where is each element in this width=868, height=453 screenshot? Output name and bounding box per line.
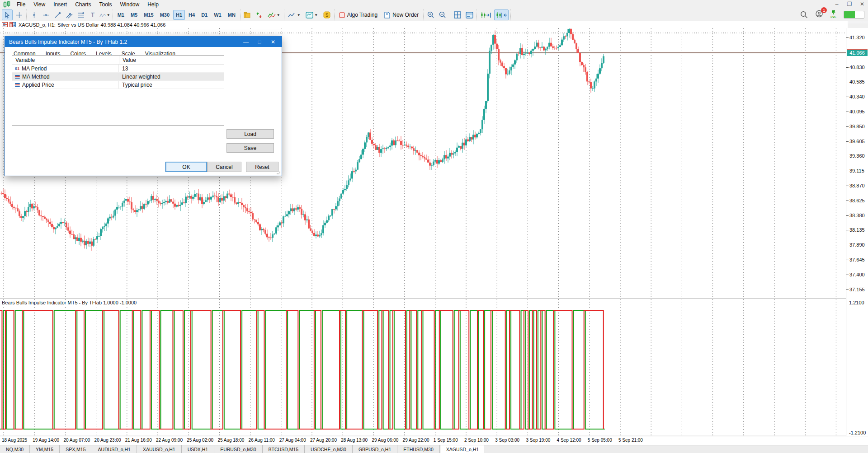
input-row-ma-method[interactable]: MA MethodLinear weighted bbox=[12, 73, 224, 81]
input-variable-cell: 01MA Period bbox=[12, 65, 119, 72]
time-axis-label: 1 Sep 15:00 bbox=[434, 438, 458, 443]
time-axis[interactable]: 18 Aug 202519 Aug 14:0020 Aug 07:0020 Au… bbox=[0, 436, 868, 445]
symbol-title: XAGUSD_o, H1: bbox=[19, 22, 56, 28]
zoom-out-button[interactable] bbox=[437, 9, 448, 20]
crosshair-tool-button[interactable] bbox=[14, 9, 24, 20]
timeframe-button-m15[interactable]: M15 bbox=[141, 10, 156, 20]
price-axis-tick bbox=[846, 67, 849, 68]
time-axis-label: 28 Aug 13:00 bbox=[341, 438, 368, 443]
chart-tab-ethusd-m30[interactable]: ETHUSD,M30 bbox=[397, 445, 440, 453]
column-header-variable[interactable]: Variable bbox=[12, 56, 119, 64]
timeframe-button-w1[interactable]: W1 bbox=[211, 10, 224, 20]
chart-tab-nq-m30[interactable]: NQ,M30 bbox=[0, 445, 30, 453]
ok-button[interactable]: OK bbox=[165, 162, 207, 172]
number-input-icon: 01 bbox=[15, 66, 19, 71]
price-axis[interactable]: 41.066 1.2100 -1.2100 41.32040.83040.585… bbox=[846, 28, 868, 436]
auto-scroll-button[interactable] bbox=[479, 9, 493, 20]
community-icon[interactable]: 1 bbox=[815, 10, 823, 19]
menu-item-insert[interactable]: Insert bbox=[49, 0, 71, 9]
menu-item-charts[interactable]: Charts bbox=[71, 0, 95, 9]
chart-type-button[interactable]: ▼ bbox=[286, 9, 302, 20]
dialog-resize-grip[interactable] bbox=[276, 170, 281, 175]
chart-tab-usdchf-o-m30[interactable]: USDCHF_o,M30 bbox=[305, 445, 353, 453]
chart-tab-gbpusd-o-h1[interactable]: GBPUSD_o,H1 bbox=[353, 445, 397, 453]
search-icon[interactable] bbox=[800, 11, 808, 19]
chevron-down-icon: ▼ bbox=[297, 13, 301, 17]
price-axis-label: 38.625 bbox=[849, 198, 865, 203]
trendline-tool-button[interactable] bbox=[52, 9, 63, 20]
menu-item-window[interactable]: Window bbox=[116, 0, 144, 9]
input-value[interactable]: 13 bbox=[119, 65, 224, 72]
price-axis-tick bbox=[846, 230, 849, 230]
horizontal-line-tool-button[interactable] bbox=[40, 9, 51, 20]
indicators-list-button[interactable]: ▼ bbox=[266, 9, 282, 20]
chart-tab-audusd-o-h1[interactable]: AUDUSD_o,H1 bbox=[92, 445, 137, 453]
menu-item-help[interactable]: Help bbox=[143, 0, 163, 9]
shapes-icon: △○ bbox=[99, 13, 106, 18]
depth-of-market-button[interactable] bbox=[254, 9, 265, 20]
cursor-tool-button[interactable] bbox=[2, 9, 13, 20]
chart-tab-xauusd-o-h1[interactable]: XAUUSD_o,H1 bbox=[137, 445, 182, 453]
channel-tool-button[interactable] bbox=[64, 9, 75, 20]
price-axis-tick bbox=[846, 37, 849, 38]
chevron-down-icon: ▼ bbox=[277, 13, 280, 17]
input-name: Applied Price bbox=[22, 82, 54, 88]
timeframe-button-d1[interactable]: D1 bbox=[198, 10, 210, 20]
zoom-in-button[interactable] bbox=[425, 9, 436, 20]
chart-tab-spx-m15[interactable]: SPX,M15 bbox=[60, 445, 92, 453]
app-restore-button[interactable]: ❐ bbox=[846, 1, 853, 7]
text-tool-button[interactable]: T bbox=[87, 9, 98, 20]
app-minimize-button[interactable]: – bbox=[834, 1, 840, 7]
algo-trading-button[interactable]: Algo Trading bbox=[336, 10, 381, 20]
input-value[interactable]: Typical price bbox=[119, 82, 224, 88]
dialog-close-button[interactable]: ✕ bbox=[266, 39, 280, 45]
load-button[interactable]: Load bbox=[226, 129, 274, 139]
menu-item-tools[interactable]: Tools bbox=[95, 0, 116, 9]
tile-windows-button[interactable] bbox=[452, 9, 463, 20]
vertical-line-tool-button[interactable] bbox=[28, 9, 39, 20]
dialog-title-bar[interactable]: Bears Bulls Impulse Indicator MT5 - By T… bbox=[5, 37, 282, 47]
lvl-indicator[interactable]: LVL bbox=[830, 10, 836, 19]
timeframe-button-h4[interactable]: H4 bbox=[186, 10, 198, 20]
reset-button[interactable]: Reset bbox=[246, 162, 278, 172]
chart-shift-button[interactable] bbox=[494, 9, 509, 20]
chart-tab-xagusd-o-h1[interactable]: XAGUSD_o,H1 bbox=[440, 445, 485, 453]
input-row-ma-period[interactable]: 01MA Period13 bbox=[12, 65, 224, 73]
shapes-tool-button[interactable]: △○▼ bbox=[99, 9, 111, 20]
price-axis-tick bbox=[846, 141, 849, 142]
cancel-button[interactable]: Cancel bbox=[207, 162, 241, 172]
time-axis-label: 22 Aug 09:00 bbox=[156, 438, 183, 443]
menu-item-file[interactable]: File bbox=[13, 0, 29, 9]
toolbox-window-button[interactable] bbox=[464, 9, 475, 20]
timeframe-button-m30[interactable]: M30 bbox=[157, 10, 172, 20]
chart-template-button[interactable]: ▼ bbox=[303, 9, 321, 20]
currency-button[interactable]: $ bbox=[321, 9, 332, 20]
app-close-button[interactable]: ✕ bbox=[859, 1, 865, 7]
chart-tab-btcusd-m15[interactable]: BTCUSD,M15 bbox=[263, 445, 305, 453]
timeframe-button-m1[interactable]: M1 bbox=[115, 10, 127, 20]
time-axis-label: 27 Aug 20:00 bbox=[310, 438, 337, 443]
price-axis-label: 39.115 bbox=[849, 168, 864, 173]
timeframe-button-mn[interactable]: MN bbox=[225, 10, 238, 20]
input-name: MA Period bbox=[22, 65, 47, 72]
input-value[interactable]: Linear weighted bbox=[119, 74, 224, 80]
new-order-button[interactable]: New Order bbox=[381, 10, 422, 20]
timeframe-button-m5[interactable]: M5 bbox=[128, 10, 140, 20]
chart-tab-ym-m15[interactable]: YM,M15 bbox=[30, 445, 60, 453]
dialog-minimize-button[interactable]: — bbox=[239, 39, 253, 45]
save-button[interactable]: Save bbox=[226, 143, 274, 153]
price-axis-label: 41.320 bbox=[849, 35, 865, 40]
indicator-pane[interactable]: Bears Bulls Impulse Indicator MT5 - By T… bbox=[0, 299, 846, 435]
chart-properties-icon bbox=[2, 22, 8, 27]
fibonacci-tool-button[interactable] bbox=[75, 9, 86, 20]
timeframe-button-h1[interactable]: H1 bbox=[173, 10, 185, 20]
one-click-trading-icon[interactable] bbox=[9, 22, 16, 27]
chart-tab-eurusd-o-m30[interactable]: EURUSD_o,M30 bbox=[214, 445, 262, 453]
menu-item-view[interactable]: View bbox=[29, 0, 49, 9]
column-header-value[interactable]: Value bbox=[119, 57, 224, 63]
time-axis-label: 18 Aug 2025 bbox=[2, 438, 27, 443]
chart-tab-usdx-h1[interactable]: USDX,H1 bbox=[182, 445, 215, 453]
profiles-folder-button[interactable] bbox=[242, 9, 253, 20]
chart-tab-bar: NQ,M30YM,M15SPX,M15AUDUSD_o,H1XAUUSD_o,H… bbox=[0, 445, 868, 453]
input-row-applied-price[interactable]: Applied PriceTypical price bbox=[12, 81, 224, 89]
